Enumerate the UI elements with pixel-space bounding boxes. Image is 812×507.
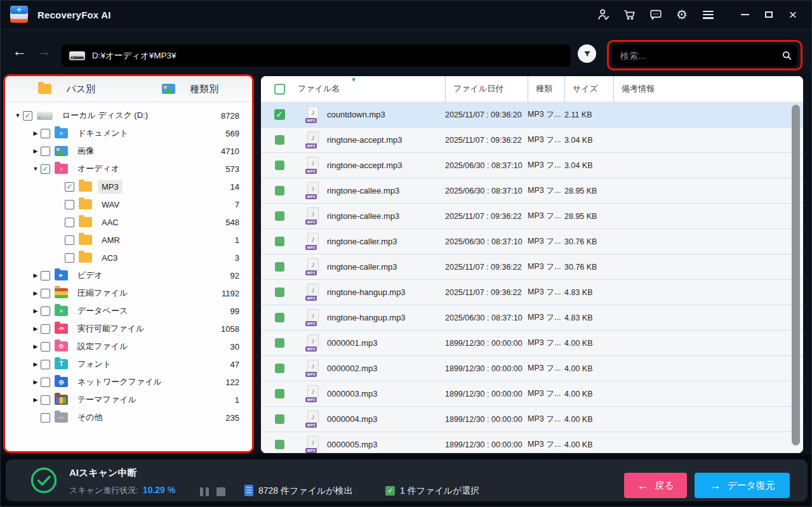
tree-item[interactable]: ▼✓ローカル ディスク (D:)8728: [5, 107, 252, 124]
table-row[interactable]: ♪MP3ringtone-callee.mp32025/06/30 : 08:3…: [261, 178, 803, 204]
maximize-button[interactable]: [759, 6, 778, 23]
expand-arrow-icon[interactable]: ▶: [30, 130, 41, 136]
tree-item[interactable]: ▶≡データベース99: [5, 302, 252, 320]
table-row[interactable]: ♪MP30000005.mp31899/12/30 : 00:00:00MP3 …: [261, 432, 803, 453]
tree-item[interactable]: ▶≡ドキュメント569: [5, 124, 252, 142]
tree-checkbox[interactable]: [41, 324, 50, 334]
expand-arrow-icon[interactable]: ▶: [30, 290, 41, 296]
search-icon[interactable]: [776, 46, 797, 65]
tab-by-type[interactable]: 種類別: [129, 76, 253, 102]
row-checkbox[interactable]: [275, 389, 284, 398]
table-row[interactable]: ♪MP3ringtone-caller.mp32025/11/07 : 09:3…: [261, 254, 803, 280]
expand-arrow-icon[interactable]: ▶: [30, 343, 41, 350]
tree-checkbox[interactable]: [41, 342, 50, 352]
minimize-button[interactable]: [735, 6, 754, 23]
tree-item[interactable]: ▶Tフォント47: [5, 355, 252, 373]
table-row[interactable]: ♪MP3ringtone-accept.mp32025/06/30 : 08:3…: [261, 153, 803, 178]
tree-checkbox[interactable]: [41, 378, 50, 387]
expand-arrow-icon[interactable]: ▶: [30, 326, 41, 332]
row-checkbox[interactable]: [275, 313, 284, 322]
search-input[interactable]: [612, 51, 776, 61]
tree-checkbox[interactable]: [41, 271, 50, 280]
row-checkbox[interactable]: [275, 161, 284, 170]
row-checkbox[interactable]: ✓: [274, 109, 285, 120]
expand-arrow-icon[interactable]: ▶: [30, 397, 41, 403]
chat-icon[interactable]: [648, 7, 663, 22]
table-row[interactable]: ♪MP3ringtone-hangup.mp32025/06/30 : 08:3…: [261, 305, 803, 331]
collapse-arrow-icon[interactable]: ▼: [13, 112, 23, 119]
tree-checkbox[interactable]: [41, 129, 50, 138]
column-header-size[interactable]: サイズ: [564, 76, 613, 102]
stop-icon[interactable]: [216, 487, 225, 496]
tree-item[interactable]: ▶圧縮ファイル1192: [5, 284, 252, 302]
expand-arrow-icon[interactable]: ▶: [30, 148, 41, 154]
column-header-type[interactable]: 種類: [528, 76, 564, 102]
tree-checkbox[interactable]: ✓: [65, 182, 74, 192]
collapse-arrow-icon[interactable]: ▼: [30, 166, 41, 172]
search-box[interactable]: [612, 44, 797, 67]
forward-arrow-icon[interactable]: →: [36, 43, 51, 60]
recover-data-button[interactable]: → データ復元: [695, 473, 790, 498]
table-row[interactable]: ♪MP3ringtone-caller.mp32025/06/30 : 08:3…: [261, 229, 803, 254]
tree-item[interactable]: AMR1: [5, 231, 252, 249]
row-checkbox[interactable]: [275, 262, 284, 272]
cart-icon[interactable]: [622, 7, 637, 22]
tree-item[interactable]: ▶⚙設定ファイル30: [5, 338, 252, 355]
select-all-checkbox[interactable]: [274, 84, 285, 95]
expand-arrow-icon[interactable]: ▶: [30, 272, 41, 279]
close-button[interactable]: ×: [783, 6, 802, 23]
row-checkbox[interactable]: [275, 211, 284, 221]
menu-icon[interactable]: [700, 7, 715, 22]
tree-checkbox[interactable]: ✓: [41, 164, 50, 174]
expand-arrow-icon[interactable]: ▶: [30, 308, 41, 314]
tree-checkbox[interactable]: [41, 289, 50, 298]
tree-item[interactable]: ✓MP314: [5, 178, 252, 195]
sort-descending-icon[interactable]: ▼: [350, 76, 357, 83]
row-checkbox[interactable]: [275, 440, 284, 449]
gear-icon[interactable]: ⚙: [674, 7, 689, 22]
expand-arrow-icon[interactable]: ▶: [30, 379, 41, 385]
table-row[interactable]: ♪MP30000004.mp31899/12/30 : 00:00:00MP3 …: [261, 407, 803, 432]
tree-item[interactable]: AC33: [5, 249, 252, 267]
tree-item[interactable]: •••その他235: [5, 409, 252, 426]
tree-item[interactable]: ▼✓♪オーディオ573: [5, 160, 252, 178]
tree-checkbox[interactable]: [65, 253, 74, 263]
column-header-filedate[interactable]: ファイル日付: [445, 76, 528, 102]
row-checkbox[interactable]: [275, 287, 284, 297]
tree-checkbox[interactable]: [65, 235, 74, 245]
table-row[interactable]: ♪MP30000001.mp31899/12/30 : 00:00:00MP3 …: [261, 331, 803, 356]
tree-checkbox[interactable]: [41, 360, 50, 369]
filter-icon[interactable]: [578, 44, 596, 63]
back-arrow-icon[interactable]: ←: [12, 43, 27, 60]
tree-checkbox[interactable]: [41, 395, 50, 405]
user-account-icon[interactable]: [596, 7, 611, 22]
tree-checkbox[interactable]: [41, 147, 50, 156]
row-checkbox[interactable]: [275, 186, 284, 195]
pause-icon[interactable]: [200, 487, 209, 496]
table-row[interactable]: ♪MP30000002.mp31899/12/30 : 00:00:00MP3 …: [261, 356, 803, 381]
tree-item[interactable]: ▶</>実行可能ファイル1058: [5, 320, 252, 338]
tab-by-path[interactable]: パス別: [5, 76, 129, 102]
tree-checkbox[interactable]: [65, 200, 74, 209]
table-row[interactable]: ♪MP3ringtone-callee.mp32025/11/07 : 09:3…: [261, 204, 803, 229]
tree-item[interactable]: ▶画像4710: [5, 142, 252, 160]
row-checkbox[interactable]: [275, 135, 284, 145]
expand-arrow-icon[interactable]: ▶: [30, 361, 41, 367]
tree-item[interactable]: AAC548: [5, 213, 252, 231]
tree-item[interactable]: ▶▶ビデオ92: [5, 267, 252, 284]
tree-checkbox[interactable]: [41, 306, 50, 316]
row-checkbox[interactable]: [275, 237, 284, 246]
row-checkbox[interactable]: [275, 338, 284, 348]
column-header-filename[interactable]: ファイル名: [298, 83, 445, 95]
vertical-scrollbar[interactable]: [792, 105, 800, 445]
tree-item[interactable]: ▶テーマファイル1: [5, 391, 252, 409]
tree-checkbox[interactable]: [65, 218, 74, 227]
tree-checkbox[interactable]: ✓: [23, 111, 32, 121]
table-row[interactable]: ✓♪MP3countdown.mp32025/11/07 : 09:36:20M…: [261, 102, 803, 128]
table-row[interactable]: ♪MP30000003.mp31899/12/30 : 00:00:00MP3 …: [261, 381, 803, 407]
table-row[interactable]: ♪MP3ringtone-hangup.mp32025/11/07 : 09:3…: [261, 280, 803, 305]
path-bar[interactable]: D:¥オーディオ¥MP3¥: [62, 44, 571, 67]
table-row[interactable]: ♪MP3ringtone-accept.mp32025/11/07 : 09:3…: [261, 128, 803, 153]
column-header-remark[interactable]: 備考情報: [613, 76, 803, 102]
tree-checkbox[interactable]: [41, 413, 50, 423]
